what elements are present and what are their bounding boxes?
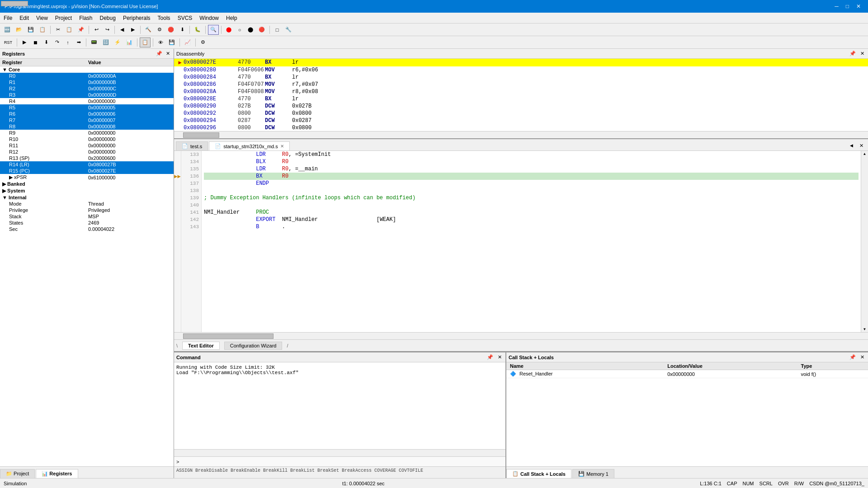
- editor-code-area[interactable]: LDR R0, =SystemInit BLX R0 LDR R0, =__ma…: [202, 151, 861, 332]
- tb-cut[interactable]: ✂: [53, 25, 63, 35]
- tab-memory-1[interactable]: 💾 Memory 1: [572, 469, 614, 478]
- tb2-stepover[interactable]: ↷: [52, 38, 62, 47]
- tb2-sym[interactable]: ⚡: [112, 38, 123, 47]
- tb-stop[interactable]: 🛑: [165, 25, 176, 35]
- tab-text-editor[interactable]: Text Editor: [182, 342, 220, 350]
- menu-file[interactable]: File: [0, 14, 16, 23]
- table-row[interactable]: R14 (LR) 0x0800027B: [0, 161, 174, 168]
- editor-hscroll[interactable]: [174, 332, 868, 339]
- table-row[interactable]: R7 0x00000007: [0, 117, 174, 123]
- tb-breakpoint-clearall[interactable]: 🔴: [256, 25, 267, 35]
- tb2-regs[interactable]: 📊: [124, 38, 135, 47]
- table-row[interactable]: R0 0x0000000A: [0, 73, 174, 79]
- disassembly-pin-btn[interactable]: 📌: [848, 50, 857, 57]
- table-row[interactable]: R8 0x00000008: [0, 123, 174, 130]
- registers-pin-btn[interactable]: 📌: [155, 50, 164, 57]
- tb-settings[interactable]: 🔧: [283, 25, 294, 35]
- menu-flash[interactable]: Flash: [75, 14, 96, 23]
- menu-peripherals[interactable]: Peripherals: [119, 14, 154, 23]
- tb-find[interactable]: 🔍: [208, 25, 219, 35]
- disasm-row-3[interactable]: 0x08000286 F04F0707 MOV r7,#0x07: [174, 81, 868, 88]
- reg-group-banked[interactable]: Banked: [0, 181, 174, 188]
- table-row[interactable]: R12 0x00000000: [0, 149, 174, 155]
- tb-undo[interactable]: ↩: [91, 25, 101, 35]
- vscroll-up-icon[interactable]: ▲: [863, 152, 866, 156]
- tab-startup-s[interactable]: 📄 startup_stm32f10x_md.s ✕: [209, 141, 289, 150]
- maximize-button[interactable]: □: [843, 2, 852, 10]
- disassembly-hscroll-thumb[interactable]: [183, 132, 219, 138]
- tb-back[interactable]: ◀: [117, 25, 127, 35]
- tb-window1[interactable]: □: [272, 25, 282, 35]
- table-row[interactable]: Privilege Privileged: [0, 207, 174, 213]
- tb-build[interactable]: 🔨: [143, 25, 154, 35]
- disasm-row-4[interactable]: 0x0800028A F04F0808 MOV r8,#0x08: [174, 88, 868, 95]
- tb2-callstack[interactable]: 📋: [140, 38, 151, 47]
- tb-saveall[interactable]: 📋: [37, 25, 48, 35]
- tb2-stepout[interactable]: ↑: [63, 38, 73, 47]
- startup-s-tab-close-icon[interactable]: ✕: [280, 144, 284, 149]
- tb-open[interactable]: 📂: [14, 25, 24, 35]
- vscroll-down-icon[interactable]: ▼: [863, 327, 866, 331]
- callstack-content[interactable]: Name Location/Value Type 🔷 Reset_Handler: [506, 362, 868, 466]
- menu-debug[interactable]: Debug: [96, 14, 119, 23]
- tb2-logic[interactable]: 📈: [182, 38, 193, 47]
- table-row[interactable]: R13 (SP) 0x20000600: [0, 155, 174, 161]
- tb-buildall[interactable]: ⚙: [155, 25, 165, 35]
- menu-window[interactable]: Window: [196, 14, 222, 23]
- callstack-pin-btn[interactable]: 📌: [848, 354, 857, 361]
- table-row[interactable]: Sec 0.00004022: [0, 226, 174, 232]
- reg-group-core[interactable]: Core: [0, 66, 174, 73]
- table-row[interactable]: R9 0x00000000: [0, 130, 174, 136]
- table-row[interactable]: R4 0x00000000: [0, 98, 174, 104]
- tb-debug-start[interactable]: 🐛: [192, 25, 203, 35]
- table-row[interactable]: R11 0x00000000: [0, 142, 174, 149]
- registers-close-btn[interactable]: ✕: [165, 50, 171, 57]
- editor-vscroll[interactable]: ▲ ▼: [861, 151, 868, 332]
- tb-fwd[interactable]: ▶: [128, 25, 138, 35]
- menu-view[interactable]: View: [33, 14, 52, 23]
- tb2-run[interactable]: ▶: [19, 38, 29, 47]
- editor-tab-scroll-left[interactable]: ◀: [846, 141, 856, 150]
- close-button[interactable]: ✕: [854, 2, 863, 10]
- disassembly-content[interactable]: ▶ 0x0800027E 4770 BX lr 0x08000280 F04F0…: [174, 59, 868, 131]
- tab-test-s[interactable]: 📄 test.s: [176, 141, 208, 150]
- tb-download[interactable]: ⬇: [177, 25, 187, 35]
- tb-breakpoint-set[interactable]: ⬤: [224, 25, 234, 35]
- disasm-row-current[interactable]: ▶ 0x0800027E 4770 BX lr: [174, 59, 868, 66]
- disasm-row-9[interactable]: 0x08000296 0800 DCW 0x0800: [174, 124, 868, 131]
- cs-row-reset-handler[interactable]: 🔷 Reset_Handler 0x00000000 void f(): [506, 370, 868, 378]
- command-content[interactable]: Running with Code Size Limit: 32K Load "…: [174, 362, 505, 449]
- menu-svcs[interactable]: SVCS: [174, 14, 196, 23]
- disasm-row-1[interactable]: 0x08000280 F04F0606 MOV r6,#0x06: [174, 66, 868, 74]
- menu-tools[interactable]: Tools: [154, 14, 174, 23]
- table-row[interactable]: R2 0x0000000C: [0, 85, 174, 92]
- tab-callstack-locals[interactable]: 📋 Call Stack + Locals: [506, 469, 571, 478]
- table-row[interactable]: R15 (PC) 0x0800027E: [0, 168, 174, 174]
- table-row[interactable]: xPSR 0x61000000: [0, 174, 174, 181]
- tb2-stop[interactable]: ⏹: [30, 38, 40, 47]
- reg-group-internal[interactable]: Internal: [0, 194, 174, 201]
- tb2-runtocursor[interactable]: ➡: [74, 38, 84, 47]
- tb2-stepinto[interactable]: ⬇: [41, 38, 51, 47]
- tb-copy[interactable]: 📋: [64, 25, 75, 35]
- disasm-row-7[interactable]: 0x08000292 0800 DCW 0x0800: [174, 110, 868, 117]
- tb-save[interactable]: 💾: [25, 25, 36, 35]
- command-input[interactable]: [180, 459, 503, 465]
- tb-breakpoint-clear[interactable]: ○: [235, 25, 245, 35]
- menu-project[interactable]: Project: [52, 14, 75, 23]
- tb2-more[interactable]: ⚙: [198, 38, 208, 47]
- reg-group-system[interactable]: System: [0, 188, 174, 194]
- tb2-reset[interactable]: RST: [2, 38, 14, 47]
- disassembly-close-btn[interactable]: ✕: [859, 50, 866, 57]
- table-row[interactable]: R6 0x00000006: [0, 111, 174, 117]
- editor-tab-close-panel[interactable]: ✕: [856, 141, 866, 150]
- tb-paste[interactable]: 📌: [75, 25, 86, 35]
- tb2-disasm[interactable]: 🔢: [100, 38, 111, 47]
- menu-help[interactable]: Help: [222, 14, 241, 23]
- table-row[interactable]: R1 0x0000000B: [0, 79, 174, 85]
- command-hscroll[interactable]: [174, 449, 505, 456]
- tab-registers[interactable]: 📊 Registers: [36, 469, 78, 478]
- table-row[interactable]: States 2469: [0, 220, 174, 226]
- editor-hscroll-thumb[interactable]: [183, 333, 274, 339]
- callstack-close-btn[interactable]: ✕: [859, 354, 866, 361]
